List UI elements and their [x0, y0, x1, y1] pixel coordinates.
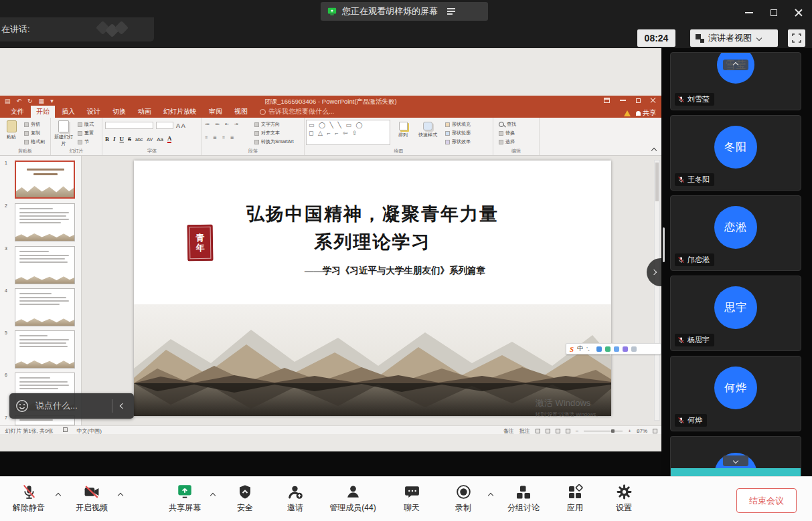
ime-keyboard-icon[interactable]	[605, 346, 611, 352]
text-direction-button[interactable]: 文字方向	[254, 121, 280, 128]
ppt-restore-icon[interactable]	[636, 98, 641, 103]
banner-menu-icon[interactable]	[447, 8, 455, 15]
slide-thumbnail-panel[interactable]: 1 2 3 4	[0, 156, 82, 425]
layout-button[interactable]: 版式	[78, 121, 94, 128]
participant-tile[interactable]: 成睿	[670, 436, 801, 476]
slide-sorter-icon[interactable]	[546, 429, 550, 433]
emoji-icon[interactable]	[15, 399, 29, 413]
maximize-icon[interactable]	[770, 9, 777, 16]
close-icon[interactable]	[795, 9, 803, 17]
change-case-button[interactable]: Aa	[157, 136, 163, 142]
collapse-ribbon-icon[interactable]	[651, 148, 657, 153]
share-screen-button[interactable]: 共享屏幕	[158, 482, 212, 514]
ribbon-display-icon[interactable]	[604, 98, 610, 103]
tab-file[interactable]: 文件	[5, 106, 29, 118]
strikethrough-button[interactable]: S	[128, 136, 131, 142]
underline-button[interactable]: U	[120, 136, 125, 142]
copy-button[interactable]: 复制	[24, 130, 40, 136]
tab-view[interactable]: 视图	[229, 106, 253, 118]
zoom-slider[interactable]	[584, 431, 623, 431]
slide-thumbnail-1[interactable]	[15, 161, 75, 199]
ime-emoji-icon[interactable]	[596, 346, 602, 352]
zoom-in-icon[interactable]: +	[628, 428, 631, 434]
tab-transitions[interactable]: 切换	[107, 106, 131, 118]
character-spacing-button[interactable]: AV	[147, 137, 153, 142]
sogou-ime-bar[interactable]: S 中 '。	[566, 343, 661, 354]
shape-fill-button[interactable]: 形状填充	[445, 121, 471, 128]
ppt-share-button[interactable]: 共享	[636, 108, 656, 118]
watching-banner[interactable]: 您正在观看胡梓烁的屏幕	[321, 2, 488, 21]
slide-thumbnail-4[interactable]	[15, 288, 75, 326]
ime-clipboard-icon[interactable]	[614, 346, 619, 352]
scroll-down-button[interactable]	[723, 455, 748, 466]
scroll-up-button[interactable]	[723, 60, 748, 70]
slide-thumbnail-3[interactable]	[15, 246, 75, 284]
activation-warning-icon[interactable]	[624, 110, 631, 116]
chat-input-placeholder[interactable]: 说点什么...	[35, 400, 112, 412]
settings-button[interactable]: 设置	[597, 482, 651, 514]
ppt-close-icon[interactable]	[651, 98, 656, 103]
font-color-button[interactable]: A	[167, 135, 172, 143]
quick-chat-bar[interactable]: 说点什么...	[9, 393, 134, 419]
shapes-gallery[interactable]: ▭ ◯ ╲ ╲ ▭ ◯◻ △ ⌐ ⌐ ⇦ ⇧	[306, 120, 390, 145]
font-size-box[interactable]	[156, 122, 173, 129]
alignment-buttons[interactable]: ≡ ≣ ≡ ≣	[205, 135, 236, 140]
participant-tile[interactable]: 雪莹 刘雪莹	[670, 52, 801, 110]
fit-slide-icon[interactable]	[653, 429, 657, 433]
font-name-box[interactable]	[105, 122, 153, 129]
shape-outline-button[interactable]: 形状轮廓	[445, 130, 471, 136]
fullscreen-button[interactable]	[788, 29, 805, 47]
tab-design[interactable]: 设计	[82, 106, 106, 118]
slide-thumbnail-5[interactable]	[15, 330, 75, 369]
tab-animations[interactable]: 动画	[133, 106, 157, 118]
unmute-options-chevron[interactable]	[56, 493, 61, 498]
paste-button[interactable]: 粘贴	[1, 120, 21, 140]
slideshow-view-icon[interactable]	[566, 429, 570, 433]
shape-effects-button[interactable]: 形状效果	[445, 138, 471, 145]
slide-canvas[interactable]: 弘扬中国精神，凝聚青年力量 系列理论学习 ——学习《习近平与大学生朋友们》系列篇…	[134, 161, 611, 416]
clear-formatting-button[interactable]: abc	[135, 137, 143, 142]
apps-button[interactable]: 应用	[548, 482, 602, 514]
record-button[interactable]: 录制	[436, 482, 490, 514]
slide-thumbnail-2[interactable]	[15, 203, 75, 241]
cut-button[interactable]: 剪切	[24, 121, 40, 128]
unmute-button[interactable]: 解除静音	[2, 482, 56, 514]
video-options-chevron[interactable]	[118, 493, 123, 498]
ime-punctuation[interactable]: '。	[586, 345, 593, 352]
tab-review[interactable]: 审阅	[204, 106, 228, 118]
ppt-minimize-icon[interactable]	[620, 100, 626, 100]
ime-mic-icon[interactable]	[623, 346, 628, 352]
section-button[interactable]: 节	[78, 138, 89, 145]
italic-button[interactable]: I	[113, 136, 116, 142]
security-button[interactable]: 安全	[218, 482, 272, 514]
align-text-button[interactable]: 对齐文本	[254, 130, 280, 136]
end-meeting-button[interactable]: 结束会议	[736, 488, 797, 513]
slide-scrollbar[interactable]	[654, 160, 660, 421]
ime-mode[interactable]: 中	[577, 344, 583, 353]
collapse-chat-icon[interactable]	[120, 403, 125, 409]
sidebar-scrollbar[interactable]	[663, 227, 665, 262]
invite-button[interactable]: 邀请	[268, 482, 322, 514]
comments-toggle[interactable]: 批注	[519, 427, 530, 435]
participant-tile[interactable]: 何烨 何烨	[670, 356, 801, 431]
find-button[interactable]: 查找	[499, 121, 516, 128]
normal-view-icon[interactable]	[536, 429, 540, 433]
minimize-icon[interactable]	[745, 12, 753, 13]
reading-view-icon[interactable]	[556, 429, 560, 433]
smartart-button[interactable]: 转换为SmartArt	[254, 138, 294, 145]
tell-me-box[interactable]: 告诉我您想要做什么...	[254, 106, 339, 118]
zoom-level[interactable]: 87%	[637, 428, 647, 434]
participant-tile[interactable]: 冬阳 王冬阳	[670, 115, 801, 191]
quick-styles-button[interactable]: 快速样式	[414, 122, 441, 138]
arrange-button[interactable]: 排列	[394, 122, 412, 138]
zoom-out-icon[interactable]: −	[576, 428, 579, 434]
replace-button[interactable]: 替换	[499, 130, 515, 136]
tab-home[interactable]: 开始	[31, 106, 55, 118]
tab-slideshow[interactable]: 幻灯片放映	[158, 106, 202, 118]
language-indicator[interactable]: 中文(中国)	[77, 427, 102, 435]
tab-insert[interactable]: 插入	[56, 106, 80, 118]
start-video-button[interactable]: 开启视频	[65, 482, 118, 514]
chat-button[interactable]: 聊天	[385, 482, 438, 514]
new-slide-button[interactable]: 新建幻灯片	[52, 120, 75, 147]
view-mode-button[interactable]: 演讲者视图	[690, 29, 778, 47]
